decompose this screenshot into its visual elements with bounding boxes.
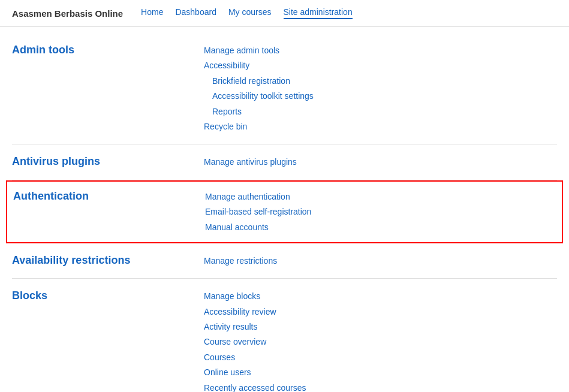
section-label-admin-tools: Admin tools	[12, 44, 204, 56]
section-links-blocks: Manage blocksAccessibility reviewActivit…	[204, 290, 557, 392]
section-links-availability-restrictions: Manage restrictions	[204, 254, 557, 267]
link-accessibility[interactable]: Accessibility	[204, 59, 557, 72]
link-manage-antivirus-plugins[interactable]: Manage antivirus plugins	[204, 155, 557, 168]
link-accessibility-review[interactable]: Accessibility review	[204, 305, 557, 318]
link-manual-accounts[interactable]: Manual accounts	[205, 221, 556, 234]
nav-link-dashboard[interactable]: Dashboard	[175, 7, 216, 19]
section-label-authentication: Authentication	[13, 190, 205, 203]
section-antivirus-plugins: Antivirus pluginsManage antivirus plugin…	[12, 144, 557, 180]
link-online-users[interactable]: Online users	[204, 366, 557, 379]
site-title: Asasmen Berbasis Online	[12, 8, 123, 19]
link-activity-results[interactable]: Activity results	[204, 320, 557, 333]
nav-link-site-administration[interactable]: Site administration	[284, 7, 353, 19]
section-label-availability-restrictions: Availability restrictions	[12, 254, 204, 267]
link-recently-accessed-courses[interactable]: Recently accessed courses	[204, 381, 557, 392]
link-manage-admin-tools[interactable]: Manage admin tools	[204, 44, 557, 57]
link-manage-restrictions[interactable]: Manage restrictions	[204, 254, 557, 267]
section-heading-availability-restrictions: Availability restrictions	[12, 254, 204, 267]
section-links-admin-tools: Manage admin toolsAccessibilityBrickfiel…	[204, 44, 557, 133]
section-links-authentication: Manage authenticationEmail-based self-re…	[205, 190, 556, 234]
link-course-overview[interactable]: Course overview	[204, 335, 557, 348]
link-brickfield-registration[interactable]: Brickfield registration	[204, 74, 557, 88]
nav-link-my-courses[interactable]: My courses	[228, 7, 272, 19]
link-manage-authentication[interactable]: Manage authentication	[205, 190, 556, 203]
top-nav: Asasmen Berbasis Online HomeDashboardMy …	[0, 0, 569, 27]
section-authentication: AuthenticationManage authenticationEmail…	[6, 180, 563, 243]
section-label-antivirus-plugins: Antivirus plugins	[12, 155, 204, 168]
section-heading-antivirus-plugins: Antivirus plugins	[12, 155, 204, 168]
link-accessibility-toolkit-settings[interactable]: Accessibility toolkit settings	[204, 89, 557, 102]
main-content: Admin toolsManage admin toolsAccessibili…	[0, 27, 569, 392]
section-links-antivirus-plugins: Manage antivirus plugins	[204, 155, 557, 168]
section-admin-tools: Admin toolsManage admin toolsAccessibili…	[12, 33, 557, 144]
link-reports[interactable]: Reports	[204, 105, 557, 118]
link-courses[interactable]: Courses	[204, 351, 557, 364]
nav-links: HomeDashboardMy coursesSite administrati…	[141, 7, 353, 19]
link-recycle-bin[interactable]: Recycle bin	[204, 120, 557, 133]
section-blocks: BlocksManage blocksAccessibility reviewA…	[12, 279, 557, 392]
section-availability-restrictions: Availability restrictionsManage restrict…	[12, 243, 557, 279]
link-email-based-self-registration[interactable]: Email-based self-registration	[205, 205, 556, 218]
section-heading-admin-tools: Admin tools	[12, 44, 204, 56]
link-manage-blocks[interactable]: Manage blocks	[204, 290, 557, 303]
nav-link-home[interactable]: Home	[141, 7, 163, 19]
section-label-blocks: Blocks	[12, 290, 204, 302]
section-heading-authentication: Authentication	[13, 190, 205, 203]
section-heading-blocks: Blocks	[12, 290, 204, 302]
